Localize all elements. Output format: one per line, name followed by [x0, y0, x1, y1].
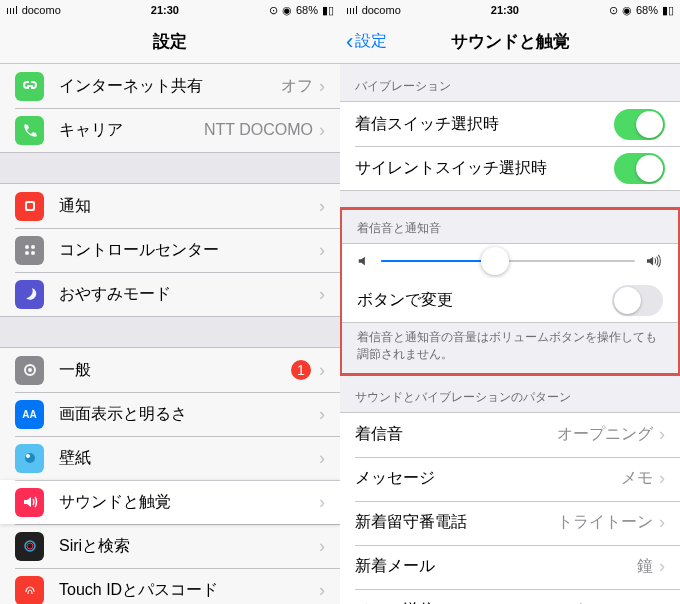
row-sounds[interactable]: サウンドと触覚 ›	[0, 480, 340, 524]
svg-rect-1	[27, 203, 33, 209]
row-notifications[interactable]: 通知 ›	[0, 184, 340, 228]
battery-pct: 68%	[636, 4, 658, 16]
value: スウォッシュ	[557, 600, 653, 604]
chevron-right-icon: ›	[659, 468, 665, 489]
carrier-name: docomo	[362, 4, 401, 16]
chevron-right-icon: ›	[319, 448, 325, 469]
row-touchid[interactable]: Touch IDとパスコード ›	[0, 568, 340, 604]
row-do-not-disturb[interactable]: おやすみモード ›	[0, 272, 340, 316]
value: オフ	[281, 76, 313, 97]
carrier-name: docomo	[22, 4, 61, 16]
label: キャリア	[59, 120, 204, 141]
chevron-right-icon: ›	[319, 492, 325, 513]
vibration-header: バイブレーション	[340, 64, 680, 101]
row-wallpaper[interactable]: 壁紙 ›	[0, 436, 340, 480]
toggle-vibrate-ring[interactable]	[614, 109, 665, 140]
phone-icon	[15, 116, 44, 145]
row-control-center[interactable]: コントロールセンター ›	[0, 228, 340, 272]
chevron-right-icon: ›	[659, 600, 665, 604]
label: Siriと検索	[59, 536, 319, 557]
ringer-footer: 着信音と通知音の音量はボリュームボタンを操作しても調節されません。	[342, 323, 678, 373]
toggle-vibrate-silent[interactable]	[614, 153, 665, 184]
row-vibrate-silent[interactable]: サイレントスイッチ選択時	[340, 146, 680, 190]
label: 新着メール	[355, 556, 637, 577]
chevron-right-icon: ›	[319, 360, 325, 381]
chevron-right-icon: ›	[319, 536, 325, 557]
chevron-right-icon: ›	[319, 196, 325, 217]
volume-slider[interactable]	[381, 260, 635, 262]
row-general[interactable]: 一般 1 ›	[0, 348, 340, 392]
chevron-right-icon: ›	[319, 76, 325, 97]
row-carrier[interactable]: キャリア NTT DOCOMO ›	[0, 108, 340, 152]
row-sent-mail[interactable]: メール送信 スウォッシュ ›	[340, 589, 680, 604]
value: NTT DOCOMO	[204, 121, 313, 139]
volume-low-icon	[357, 254, 371, 268]
wallpaper-icon	[15, 444, 44, 473]
value: メモ	[621, 468, 653, 489]
svg-point-2	[25, 245, 29, 249]
page-title: サウンドと触覚	[451, 30, 570, 53]
row-ringtone[interactable]: 着信音 オープニング ›	[340, 413, 680, 457]
navbar: 設定	[0, 20, 340, 64]
toggle-change-with-buttons[interactable]	[612, 285, 663, 316]
label: インターネット共有	[59, 76, 281, 97]
gear-icon	[15, 356, 44, 385]
row-vibrate-ring[interactable]: 着信スイッチ選択時	[340, 102, 680, 146]
svg-point-5	[31, 251, 35, 255]
row-voicemail[interactable]: 新着留守番電話 トライトーン ›	[340, 501, 680, 545]
signal-icon: ıııl	[6, 4, 18, 16]
chevron-right-icon: ›	[659, 424, 665, 445]
row-display[interactable]: AA 画面表示と明るさ ›	[0, 392, 340, 436]
label: 通知	[59, 196, 319, 217]
page-title: 設定	[153, 30, 187, 53]
row-text-tone[interactable]: メッセージ メモ ›	[340, 457, 680, 501]
sounds-screen: ıııl docomo 21:30 ⊙ ◉ 68% ▮▯ ‹ 設定 サウンドと触…	[340, 0, 680, 604]
status-bar: ıııl docomo 21:30 ⊙ ◉ 68% ▮▯	[340, 0, 680, 20]
svg-point-8	[25, 453, 35, 463]
pattern-header: サウンドとバイブレーションのパターン	[340, 375, 680, 412]
ringer-header: 着信音と通知音	[342, 210, 678, 243]
battery-icon: ▮▯	[322, 4, 334, 17]
row-personal-hotspot[interactable]: インターネット共有 オフ ›	[0, 64, 340, 108]
label: 着信スイッチ選択時	[355, 114, 614, 135]
chevron-right-icon: ›	[319, 284, 325, 305]
volume-high-icon	[645, 254, 663, 268]
row-new-mail[interactable]: 新着メール 鐘 ›	[340, 545, 680, 589]
label: 一般	[59, 360, 291, 381]
value: オープニング	[557, 424, 653, 445]
value: トライトーン	[557, 512, 653, 533]
back-label: 設定	[355, 31, 387, 52]
label: おやすみモード	[59, 284, 319, 305]
label: サウンドと触覚	[59, 492, 319, 513]
moon-icon	[15, 280, 44, 309]
label: 着信音	[355, 424, 557, 445]
chevron-right-icon: ›	[659, 512, 665, 533]
chevron-right-icon: ›	[319, 120, 325, 141]
clock: 21:30	[151, 4, 179, 16]
battery-icon: ▮▯	[662, 4, 674, 17]
svg-point-11	[27, 543, 33, 549]
row-siri[interactable]: Siriと検索 ›	[0, 524, 340, 568]
status-bar: ıııl docomo 21:30 ⊙ ◉ 68% ▮▯	[0, 0, 340, 20]
fingerprint-icon	[15, 576, 44, 605]
label: サイレントスイッチ選択時	[355, 158, 614, 179]
label: コントロールセンター	[59, 240, 319, 261]
speaker-icon	[15, 488, 44, 517]
badge: 1	[291, 360, 311, 380]
chevron-right-icon: ›	[319, 240, 325, 261]
chevron-right-icon: ›	[659, 556, 665, 577]
control-center-icon	[15, 236, 44, 265]
alarm-icon: ⊙	[609, 4, 618, 17]
settings-root-screen: ıııl docomo 21:30 ⊙ ◉ 68% ▮▯ 設定 インターネット共…	[0, 0, 340, 604]
label: メッセージ	[355, 468, 621, 489]
back-button[interactable]: ‹ 設定	[346, 29, 387, 55]
alarm-icon: ⊙	[269, 4, 278, 17]
svg-point-3	[31, 245, 35, 249]
clock: 21:30	[491, 4, 519, 16]
chevron-left-icon: ‹	[346, 29, 353, 55]
label: ボタンで変更	[357, 290, 612, 311]
ringer-volume-row	[342, 244, 678, 278]
svg-point-4	[25, 251, 29, 255]
notification-icon	[15, 192, 44, 221]
row-change-with-buttons[interactable]: ボタンで変更	[342, 278, 678, 322]
